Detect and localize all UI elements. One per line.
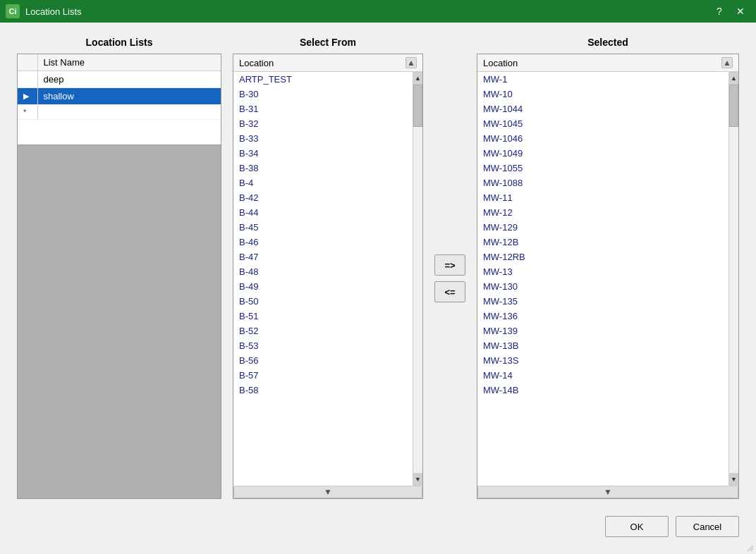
selected-scroll-down-btn[interactable]: ▼ (729, 473, 738, 486)
select-from-items[interactable]: ARTP_TESTB-30B-31B-32B-33B-34B-38B-4B-42… (233, 72, 413, 486)
list-item[interactable]: B-4 (233, 176, 413, 190)
location-lists-table: List Name deep ▶ shallow * (18, 54, 221, 120)
list-item[interactable]: MW-10 (477, 87, 728, 101)
row-indicator (18, 71, 37, 88)
window-controls: ? ✕ (709, 3, 750, 20)
list-item[interactable]: B-32 (233, 116, 413, 131)
selected-scroll-up[interactable]: ▲ (721, 57, 733, 68)
title-bar: Ci Location Lists ? ✕ (0, 0, 756, 23)
location-lists-panel: Location Lists List Name deep (17, 37, 221, 499)
app-icon: Ci (6, 4, 20, 18)
list-item[interactable]: MW-13S (477, 353, 728, 368)
row-indicator: ▶ (18, 88, 37, 105)
close-button[interactable]: ✕ (731, 3, 750, 20)
list-name-col-header: List Name (37, 54, 221, 71)
remove-from-selected-button[interactable]: <= (434, 281, 465, 302)
indicator-col-header (18, 54, 37, 71)
list-item[interactable]: MW-12 (477, 205, 728, 220)
list-item[interactable]: MW-13 (477, 264, 728, 279)
list-item[interactable]: B-56 (233, 353, 413, 368)
list-item[interactable]: B-53 (233, 338, 413, 353)
select-from-scroll-up[interactable]: ▲ (406, 57, 417, 68)
bottom-buttons: OK Cancel (17, 510, 739, 540)
list-item[interactable]: B-30 (233, 87, 413, 101)
location-lists-gray-area (17, 145, 221, 499)
selected-scroll-up-btn[interactable]: ▲ (729, 72, 738, 85)
resize-handle[interactable] (745, 543, 753, 551)
list-name-cell: deep (37, 71, 221, 88)
row-indicator: * (18, 105, 37, 120)
list-name-cell (37, 105, 221, 120)
list-item[interactable]: B-52 (233, 324, 413, 338)
list-item[interactable]: MW-1049 (477, 146, 728, 161)
list-item[interactable]: MW-139 (477, 324, 728, 338)
list-item[interactable]: MW-1045 (477, 116, 728, 131)
select-from-list-with-scrollbar: ARTP_TESTB-30B-31B-32B-33B-34B-38B-4B-42… (233, 72, 422, 486)
list-item[interactable]: MW-14B (477, 383, 728, 398)
list-item[interactable]: B-49 (233, 279, 413, 294)
list-item[interactable]: MW-13B (477, 338, 728, 353)
selected-list-container: Location ▲ MW-1MW-10MW-1044MW-1045MW-104… (477, 54, 739, 499)
list-item[interactable]: B-38 (233, 161, 413, 176)
dialog-content: Location Lists List Name deep (0, 23, 756, 554)
list-item[interactable]: MW-1088 (477, 176, 728, 190)
list-item[interactable]: MW-130 (477, 279, 728, 294)
select-from-panel: Select From Location ▲ ARTP_TESTB-30B-31… (233, 37, 423, 499)
list-item[interactable]: B-51 (233, 309, 413, 324)
select-from-scroll-down[interactable]: ▼ (233, 486, 422, 498)
list-item[interactable]: MW-12B (477, 235, 728, 250)
select-from-scrollbar: ▲ ▼ (413, 72, 422, 486)
list-item[interactable]: B-45 (233, 220, 413, 235)
list-item[interactable]: B-57 (233, 368, 413, 383)
window-title: Location Lists (25, 6, 709, 17)
selected-scroll-down[interactable]: ▼ (477, 486, 738, 498)
list-item[interactable]: B-31 (233, 101, 413, 116)
main-area: Location Lists List Name deep (17, 37, 739, 499)
list-name-cell: shallow (37, 88, 221, 105)
selected-header: Location ▲ (477, 54, 738, 72)
list-item[interactable]: MW-1 (477, 72, 728, 87)
list-item[interactable]: B-58 (233, 383, 413, 398)
list-item[interactable]: B-46 (233, 235, 413, 250)
selected-panel: Selected Location ▲ MW-1MW-10MW-1044MW-1… (477, 37, 739, 499)
list-item[interactable]: B-50 (233, 294, 413, 309)
list-item[interactable]: MW-135 (477, 294, 728, 309)
list-item[interactable]: B-42 (233, 190, 413, 205)
selected-scrollbar: ▲ ▼ (728, 72, 738, 486)
location-lists-title: Location Lists (17, 37, 221, 48)
cancel-button[interactable]: Cancel (676, 516, 739, 537)
add-to-selected-button[interactable]: => (434, 254, 465, 276)
list-item[interactable]: MW-14 (477, 368, 728, 383)
selected-header-text: Location (483, 58, 518, 68)
list-item[interactable]: B-33 (233, 131, 413, 146)
list-item[interactable]: MW-1044 (477, 101, 728, 116)
selected-items[interactable]: MW-1MW-10MW-1044MW-1045MW-1046MW-1049MW-… (477, 72, 728, 486)
table-row[interactable]: ▶ shallow (18, 88, 221, 105)
middle-section: Select From Location ▲ ARTP_TESTB-30B-31… (233, 37, 739, 499)
list-item[interactable]: B-44 (233, 205, 413, 220)
list-item[interactable]: MW-136 (477, 309, 728, 324)
selected-scroll-thumb[interactable] (729, 85, 738, 127)
list-item[interactable]: ARTP_TEST (233, 72, 413, 87)
select-from-list-container: Location ▲ ARTP_TESTB-30B-31B-32B-33B-34… (233, 54, 423, 499)
transfer-buttons: => <= (430, 58, 470, 499)
select-from-title: Select From (233, 37, 423, 48)
help-button[interactable]: ? (709, 3, 729, 20)
select-from-scroll-up-btn[interactable]: ▲ (413, 72, 422, 85)
list-item[interactable]: B-48 (233, 264, 413, 279)
select-from-scroll-thumb[interactable] (413, 85, 422, 127)
table-row[interactable]: deep (18, 71, 221, 88)
selected-scroll-track (729, 85, 738, 473)
list-item[interactable]: MW-11 (477, 190, 728, 205)
select-from-header: Location ▲ (233, 54, 422, 72)
select-from-scroll-down-btn[interactable]: ▼ (413, 473, 422, 486)
list-item[interactable]: MW-1046 (477, 131, 728, 146)
ok-button[interactable]: OK (605, 516, 669, 537)
list-item[interactable]: B-34 (233, 146, 413, 161)
location-lists-table-container: List Name deep ▶ shallow * (17, 54, 221, 145)
list-item[interactable]: MW-12RB (477, 250, 728, 264)
list-item[interactable]: MW-1055 (477, 161, 728, 176)
list-item[interactable]: B-47 (233, 250, 413, 264)
list-item[interactable]: MW-129 (477, 220, 728, 235)
table-row[interactable]: * (18, 105, 221, 120)
